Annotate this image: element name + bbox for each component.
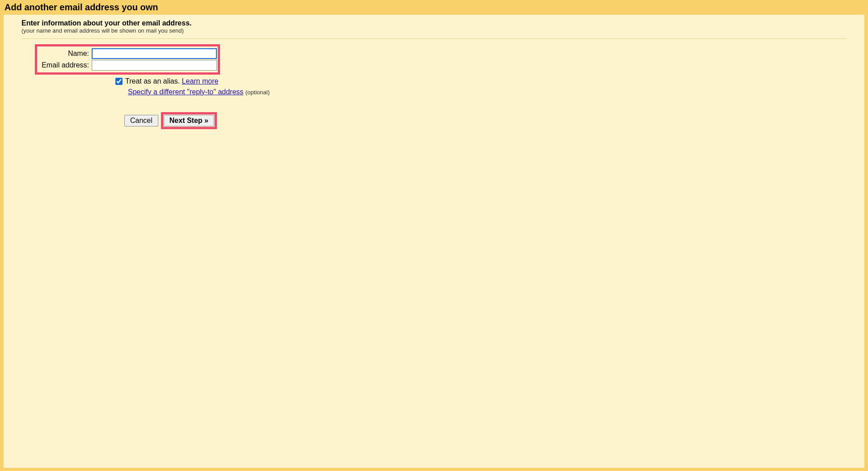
instruction-main: Enter information about your other email… bbox=[21, 19, 864, 27]
learn-more-link[interactable]: Learn more bbox=[182, 77, 219, 85]
form-highlight-box: Name: Email address: bbox=[35, 44, 220, 75]
next-highlight-box: Next Step » bbox=[161, 112, 217, 129]
alias-row: Treat as an alias. Learn more bbox=[115, 77, 864, 85]
options-area: Treat as an alias. Learn more Specify a … bbox=[35, 77, 864, 96]
optional-text: (optional) bbox=[246, 89, 270, 96]
name-row: Name: bbox=[38, 48, 217, 59]
next-step-button[interactable]: Next Step » bbox=[164, 115, 214, 126]
email-row: Email address: bbox=[38, 60, 217, 71]
instruction-sub: (your name and email address will be sho… bbox=[21, 27, 864, 34]
content-panel: Enter information about your other email… bbox=[4, 15, 864, 468]
button-row: Cancel Next Step » bbox=[35, 112, 864, 129]
divider bbox=[21, 38, 847, 39]
reply-to-link[interactable]: Specify a different "reply-to" address bbox=[128, 88, 243, 96]
email-input[interactable] bbox=[92, 60, 217, 71]
name-input[interactable] bbox=[92, 48, 217, 59]
alias-checkbox[interactable] bbox=[115, 78, 123, 85]
page-title: Add another email address you own bbox=[0, 0, 868, 15]
cancel-button[interactable]: Cancel bbox=[124, 115, 158, 126]
reply-to-row: Specify a different "reply-to" address (… bbox=[115, 88, 864, 96]
instruction-block: Enter information about your other email… bbox=[4, 19, 864, 38]
form-area: Name: Email address: Treat as an alias. … bbox=[4, 44, 864, 129]
alias-text: Treat as an alias. bbox=[125, 77, 180, 85]
name-label: Name: bbox=[38, 50, 92, 58]
email-label: Email address: bbox=[38, 61, 92, 69]
